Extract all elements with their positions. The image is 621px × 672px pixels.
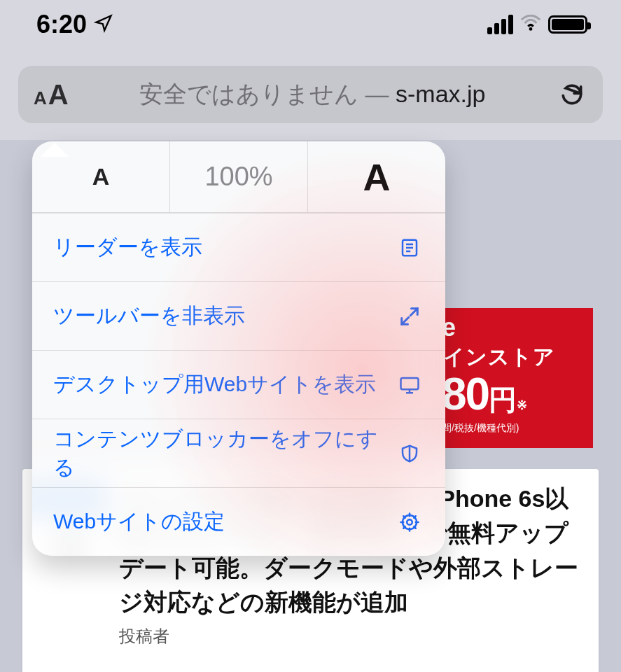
show-reader-item[interactable]: リーダーを表示 <box>32 213 445 281</box>
svg-line-15 <box>414 526 416 528</box>
ad-line1: インストア <box>439 340 593 372</box>
svg-rect-5 <box>401 378 419 389</box>
battery-icon <box>548 15 587 34</box>
address-bar[interactable]: AA 安全ではありません — s-max.jp <box>18 66 603 123</box>
ad-sub: 間/税抜/機種代別) <box>439 419 593 435</box>
website-settings-label: Webサイトの設定 <box>53 507 395 536</box>
zoom-level-button[interactable]: 100% <box>169 141 308 212</box>
zoom-out-button[interactable]: A <box>32 141 169 212</box>
svg-line-17 <box>403 526 405 528</box>
svg-point-9 <box>407 519 412 525</box>
ad-yen: 円 <box>489 381 517 419</box>
reader-icon <box>395 237 424 258</box>
status-time: 6:20 <box>36 10 87 39</box>
status-bar: 6:20 <box>0 0 621 49</box>
cellular-icon <box>487 15 513 34</box>
host-label: s-max.jp <box>396 80 485 107</box>
location-services-icon <box>94 10 113 39</box>
article-byline: 投稿者 <box>119 625 586 648</box>
banner-ad[interactable]: e インストア 80 円 ※ 間/税抜/機種代別) <box>439 308 593 448</box>
website-settings-item[interactable]: Webサイトの設定 <box>32 487 445 556</box>
page-format-menu-button[interactable]: AA <box>34 79 69 111</box>
wifi-icon <box>520 15 541 34</box>
svg-line-14 <box>403 516 405 518</box>
hide-toolbar-item[interactable]: ツールバーを非表示 <box>32 281 445 350</box>
zoom-in-button[interactable]: A <box>308 141 445 212</box>
address-label[interactable]: 安全ではありません — s-max.jp <box>69 78 557 111</box>
gear-icon <box>395 512 424 533</box>
expand-icon <box>395 306 424 327</box>
request-desktop-item[interactable]: デスクトップ用Webサイトを表示 <box>32 350 445 419</box>
desktop-icon <box>395 374 424 396</box>
zoom-row: A 100% A <box>32 141 445 213</box>
ad-price: 80 <box>442 372 489 416</box>
page-format-popover: A 100% A リーダーを表示 ツールバーを非表示 デスクトップ用Webサイト… <box>32 141 445 556</box>
svg-line-16 <box>414 516 416 518</box>
shield-icon <box>395 443 424 464</box>
insecure-label: 安全ではありません — <box>139 80 396 107</box>
reload-button[interactable] <box>557 79 587 110</box>
hide-toolbar-label: ツールバーを非表示 <box>53 302 395 330</box>
content-blocker-item[interactable]: コンテンツブロッカーをオフにする <box>32 419 445 487</box>
show-reader-label: リーダーを表示 <box>53 233 395 262</box>
request-desktop-label: デスクトップ用Webサイトを表示 <box>53 370 395 399</box>
content-blocker-label: コンテンツブロッカーをオフにする <box>53 425 395 482</box>
svg-point-0 <box>529 27 533 31</box>
